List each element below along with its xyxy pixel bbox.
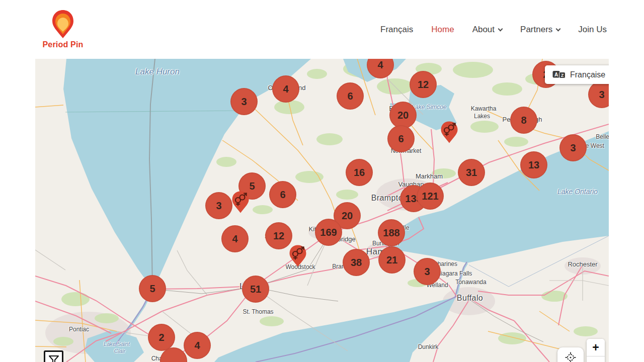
gender-symbols-pin-icon bbox=[231, 191, 250, 214]
cluster-marker[interactable]: 6 bbox=[269, 181, 296, 208]
cluster-marker[interactable]: 5 bbox=[139, 275, 166, 302]
cluster-count: 4 bbox=[377, 59, 383, 71]
cluster-marker[interactable]: 4 bbox=[221, 225, 249, 252]
cluster-marker[interactable]: 4 bbox=[272, 75, 299, 103]
cluster-marker[interactable]: 3 bbox=[414, 258, 441, 285]
page: Period Pin FrançaisHomeAboutPartnersJoin… bbox=[0, 0, 644, 362]
cluster-count: 3 bbox=[599, 89, 604, 101]
cluster-count: 20 bbox=[342, 210, 353, 222]
logo-text: Period Pin bbox=[42, 40, 83, 49]
cluster-marker[interactable]: 2 bbox=[148, 324, 175, 351]
language-toggle-button[interactable]: A Z Française bbox=[545, 65, 609, 84]
cluster-marker[interactable]: 3 bbox=[230, 88, 258, 115]
cluster-count: 6 bbox=[398, 133, 404, 145]
location-pin-marker[interactable] bbox=[289, 244, 307, 269]
cluster-count: 188 bbox=[383, 227, 399, 239]
filter-button[interactable] bbox=[44, 350, 63, 362]
cluster-marker[interactable]: 31 bbox=[458, 159, 485, 186]
cluster-count: 169 bbox=[320, 227, 337, 238]
cluster-count: 5 bbox=[149, 283, 155, 295]
cluster-count: 3 bbox=[424, 266, 430, 278]
site-header: Period Pin FrançaisHomeAboutPartnersJoin… bbox=[0, 0, 644, 59]
translate-icon: A Z bbox=[552, 70, 566, 79]
cluster-marker[interactable]: 6 bbox=[387, 125, 415, 152]
location-pin-marker[interactable] bbox=[231, 191, 250, 216]
chevron-down-icon bbox=[498, 26, 503, 31]
cluster-count: 12 bbox=[273, 230, 284, 242]
language-toggle-label: Française bbox=[570, 70, 605, 79]
cluster-count: 13 bbox=[528, 159, 539, 171]
map-canvas[interactable]: Lake HuronOwen SoundOrilliaBarrieLake Si… bbox=[35, 59, 609, 362]
cluster-count: 51 bbox=[250, 284, 261, 295]
cluster-marker[interactable]: 12 bbox=[410, 71, 437, 98]
cluster-count: 5 bbox=[249, 180, 255, 192]
nav-item-about[interactable]: About bbox=[472, 25, 502, 35]
cluster-marker[interactable]: 38 bbox=[343, 249, 370, 276]
gender-symbols-pin-icon bbox=[289, 244, 307, 267]
cluster-marker[interactable]: 21 bbox=[378, 246, 406, 274]
map-pin-logo-icon bbox=[51, 10, 74, 39]
cluster-count: 21 bbox=[386, 254, 397, 266]
cluster-marker[interactable]: 4 bbox=[367, 59, 394, 78]
nav-item-partners[interactable]: Partners bbox=[520, 25, 560, 35]
nav-item-label: Join Us bbox=[578, 25, 607, 34]
cluster-count: 8 bbox=[521, 115, 526, 126]
cluster-marker[interactable]: 51 bbox=[242, 276, 269, 303]
nav-item-francais[interactable]: Français bbox=[380, 25, 413, 35]
cluster-count: 3 bbox=[216, 200, 221, 212]
cluster-count: 2 bbox=[158, 332, 164, 343]
funnel-icon bbox=[48, 354, 60, 362]
cluster-marker[interactable]: 20 bbox=[389, 102, 417, 129]
nav-item-join-us[interactable]: Join Us bbox=[578, 25, 607, 35]
cluster-marker[interactable]: 8 bbox=[510, 107, 537, 134]
main-nav: FrançaisHomeAboutPartnersJoin Us bbox=[380, 25, 607, 35]
nav-item-label: Partners bbox=[520, 25, 552, 34]
cluster-count: 121 bbox=[422, 191, 438, 202]
map-marker-layer: 4122343620683133116563135121201691218843… bbox=[35, 59, 609, 362]
cluster-marker[interactable]: 169 bbox=[315, 219, 342, 246]
cluster-marker[interactable]: 12 bbox=[265, 222, 292, 249]
cluster-marker[interactable]: 3 bbox=[588, 81, 609, 108]
zoom-out-button[interactable] bbox=[587, 356, 605, 362]
cluster-count: 31 bbox=[466, 167, 477, 178]
cluster-count: 38 bbox=[351, 257, 362, 268]
cluster-count: 3 bbox=[570, 142, 576, 154]
cluster-marker[interactable]: 188 bbox=[378, 219, 405, 246]
svg-text:A: A bbox=[554, 72, 558, 77]
zoom-control: + bbox=[587, 339, 605, 362]
cluster-marker[interactable]: 121 bbox=[417, 183, 444, 210]
nav-item-label: Français bbox=[380, 25, 413, 34]
cluster-count: 4 bbox=[194, 340, 200, 351]
cluster-count: 6 bbox=[347, 90, 353, 102]
locate-button[interactable] bbox=[557, 347, 584, 362]
cluster-count: 4 bbox=[232, 233, 237, 245]
cluster-count: 12 bbox=[418, 79, 429, 90]
cluster-marker[interactable]: 13 bbox=[520, 151, 547, 178]
cluster-count: 4 bbox=[283, 83, 288, 95]
cluster-count: 6 bbox=[280, 189, 285, 201]
chevron-down-icon bbox=[556, 26, 561, 31]
crosshair-icon bbox=[565, 352, 576, 362]
gender-symbols-pin-icon bbox=[440, 121, 458, 144]
location-pin-marker[interactable] bbox=[440, 121, 458, 146]
svg-text:Z: Z bbox=[561, 73, 564, 78]
cluster-marker[interactable]: 3 bbox=[559, 134, 587, 161]
cluster-count: 16 bbox=[354, 167, 365, 178]
cluster-count: 3 bbox=[241, 96, 247, 108]
nav-item-label: Home bbox=[431, 25, 454, 34]
cluster-marker[interactable]: 16 bbox=[346, 159, 373, 186]
cluster-marker[interactable]: 6 bbox=[337, 82, 364, 110]
nav-item-home[interactable]: Home bbox=[431, 25, 454, 35]
cluster-marker[interactable]: 3 bbox=[205, 192, 232, 219]
zoom-in-button[interactable]: + bbox=[587, 339, 605, 356]
nav-item-label: About bbox=[472, 25, 495, 34]
cluster-count: 20 bbox=[397, 110, 409, 121]
site-logo[interactable]: Period Pin bbox=[41, 10, 85, 49]
cluster-marker[interactable]: 4 bbox=[184, 332, 211, 359]
